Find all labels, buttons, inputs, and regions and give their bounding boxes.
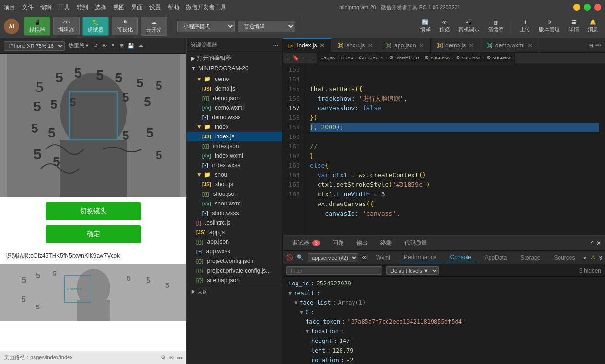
- refresh-icon[interactable]: ↺: [93, 43, 98, 49]
- filter-input[interactable]: [286, 266, 382, 275]
- tree-item-shou-json[interactable]: [{}]shou.json: [187, 189, 282, 199]
- preview-button[interactable]: 👁 预览: [436, 19, 453, 34]
- close-button[interactable]: [594, 4, 601, 11]
- sub-tab-appdata[interactable]: AppData: [480, 253, 512, 262]
- cloud-sim-icon[interactable]: ☁: [138, 43, 143, 49]
- menu-tools[interactable]: 工具: [58, 3, 70, 11]
- tree-item-shou-wxml[interactable]: [<>]shou.wxml: [187, 199, 282, 208]
- tree-item-app-json[interactable]: [{}]app.json: [187, 237, 282, 247]
- simulator-button[interactable]: 📱 模拟器: [24, 17, 50, 36]
- tree-item-demo[interactable]: ▼ 📁demo: [187, 74, 282, 84]
- tree-item-index[interactable]: ▼ 📁index: [187, 122, 282, 132]
- minimize-button[interactable]: [573, 4, 580, 11]
- tree-item-shou[interactable]: ▼ 📁shou: [187, 170, 282, 180]
- sub-tab-wxml[interactable]: Wxml: [371, 253, 395, 262]
- avatar[interactable]: AI: [4, 19, 19, 34]
- flag-icon[interactable]: ⚑: [111, 43, 115, 49]
- tree-item-demo-json[interactable]: [{}]demo.json: [187, 93, 282, 103]
- maximize-button[interactable]: [584, 4, 591, 11]
- clear-cache-button[interactable]: 🗑 清缓存: [485, 19, 507, 34]
- compile-select[interactable]: 普通编译: [238, 21, 295, 32]
- appservice-select[interactable]: appservice (#2): [308, 253, 358, 262]
- compile-button[interactable]: 🔄 编译: [417, 18, 434, 34]
- detail-button[interactable]: ☰ 详情: [566, 18, 582, 34]
- eye-icon[interactable]: 👁: [102, 43, 107, 49]
- sub-tab-performance[interactable]: Performance: [399, 253, 442, 262]
- tree-item-app-wxss[interactable]: [~]app.wxss: [187, 247, 282, 256]
- menu-project[interactable]: 项目: [4, 3, 15, 11]
- tree-item-shou-js[interactable]: [JS]shou.js: [187, 180, 282, 189]
- mode-select[interactable]: 小程序模式: [177, 21, 235, 32]
- code-editor[interactable]: 1531541551561571581591601611621631641651…: [283, 63, 605, 235]
- notify-button[interactable]: 🔔 消息: [585, 18, 601, 34]
- more-sub-tabs-icon[interactable]: »: [584, 255, 587, 261]
- tree-item-index-js[interactable]: [JS]index.js: [187, 132, 282, 141]
- tab-code-quality[interactable]: 代码质量: [399, 237, 433, 249]
- menu-bar[interactable]: 项目 文件 编辑 工具 转到 选择 视图 界面 设置 帮助 微信开发者工具: [4, 3, 226, 11]
- console-up-icon[interactable]: ^: [591, 240, 594, 247]
- back-icon[interactable]: ←: [301, 55, 307, 61]
- tree-item-project-private-config-js---[interactable]: [{}]project.private.config.js...: [187, 266, 282, 275]
- tab-debugger[interactable]: 调试器 3: [286, 237, 326, 249]
- device-select[interactable]: iPhone XR 75% 16: [4, 41, 65, 51]
- settings-icon[interactable]: ⚙: [161, 354, 166, 361]
- menu-wx-tools[interactable]: 微信开发者工具: [186, 3, 226, 11]
- tree-item-demo-wxml[interactable]: [<>]demo.wxml: [187, 103, 282, 113]
- minimap-icon[interactable]: ≡: [286, 54, 290, 62]
- menu-interface[interactable]: 界面: [131, 3, 143, 11]
- code-content[interactable]: that.setData({ trackshow: '进行人脸追踪', canv…: [304, 63, 605, 235]
- tree-item-index-wxss[interactable]: [~]index.wxss: [187, 160, 282, 170]
- filter-icon[interactable]: 🔍: [297, 254, 304, 261]
- debugger-button[interactable]: 🐛 调试器: [82, 17, 109, 36]
- tab-terminal[interactable]: 终端: [375, 237, 398, 249]
- clear-console-icon[interactable]: 🚫: [286, 254, 293, 261]
- editor-tab-demo-wxml[interactable]: [js] demo.wxml ✕: [480, 38, 539, 52]
- confirm-button[interactable]: 确定: [46, 225, 141, 243]
- eye-console-icon[interactable]: 👁: [362, 255, 367, 261]
- editor-tab-index-js[interactable]: [js] index.js ✕: [283, 38, 331, 52]
- tree-item-sitemap-json[interactable]: [{}]sitemap.json: [187, 275, 282, 285]
- tree-item-app-js[interactable]: [JS]app.js: [187, 228, 282, 237]
- editor-tab-app-json[interactable]: [js] app.json ✕: [379, 38, 431, 52]
- switch-camera-button[interactable]: 切换镜头: [46, 202, 141, 220]
- tree-item-shou-wxss[interactable]: [~]shou.wxss: [187, 208, 282, 218]
- forward-icon[interactable]: →: [309, 55, 315, 61]
- more-filetree-icon[interactable]: •••: [273, 42, 278, 48]
- real-test-button[interactable]: 📲 真机调试: [456, 18, 482, 34]
- grid-icon[interactable]: ⊞: [119, 43, 124, 49]
- tree-item-demo-wxss[interactable]: [~]demo.wxss: [187, 113, 282, 122]
- menu-file[interactable]: 文件: [22, 3, 34, 11]
- tab-problems[interactable]: 问题: [327, 237, 350, 249]
- open-editors-header[interactable]: ▶ 打开的编辑器: [187, 53, 282, 64]
- split-editor-icon[interactable]: ⊞: [588, 42, 593, 49]
- editor-tab-shou-js[interactable]: [js] shou.js ✕: [331, 38, 379, 52]
- menu-view[interactable]: 视图: [113, 3, 125, 11]
- tree-item--eslintrc-js[interactable]: [!].eslintrc.js: [187, 218, 282, 228]
- window-controls[interactable]: [573, 4, 601, 11]
- menu-select[interactable]: 选择: [95, 3, 106, 11]
- sub-tab-console[interactable]: Console: [445, 253, 476, 262]
- hotkey-label[interactable]: 热重关▼: [68, 42, 90, 49]
- console-close-icon[interactable]: ✕: [596, 240, 601, 247]
- editor-tab-demo-js[interactable]: [js] demo.js ✕: [431, 38, 480, 52]
- visible-button[interactable]: 👁 可视化: [112, 17, 138, 35]
- more-footer-icon[interactable]: •••: [177, 355, 183, 361]
- more-tabs-icon[interactable]: •••: [595, 42, 601, 49]
- eye-footer-icon[interactable]: 👁: [169, 355, 174, 361]
- menu-settings[interactable]: 设置: [149, 3, 161, 11]
- cloud-button[interactable]: ☁ 云开发: [141, 17, 167, 36]
- menu-goto[interactable]: 转到: [77, 3, 88, 11]
- tree-item-project-config-json[interactable]: [{}]project.config.json: [187, 256, 282, 266]
- project-root[interactable]: ▼ MINIPROGRAM-20: [187, 64, 282, 73]
- tab-output[interactable]: 输出: [351, 237, 374, 249]
- bookmark-icon[interactable]: 🔖: [292, 55, 299, 61]
- editor-button[interactable]: </> 编辑器: [53, 17, 80, 35]
- menu-help[interactable]: 帮助: [168, 3, 179, 11]
- sub-tab-storage[interactable]: Storage: [515, 253, 545, 262]
- log-level-select[interactable]: Default levels ▼: [386, 266, 439, 275]
- tree-item-demo-js[interactable]: [JS]demo.js: [187, 84, 282, 93]
- upload-button[interactable]: ⬆ 上传: [517, 18, 533, 34]
- save-icon[interactable]: 💾: [127, 43, 134, 49]
- menu-edit[interactable]: 编辑: [40, 3, 52, 11]
- version-button[interactable]: ⚙ 版本管理: [536, 18, 563, 34]
